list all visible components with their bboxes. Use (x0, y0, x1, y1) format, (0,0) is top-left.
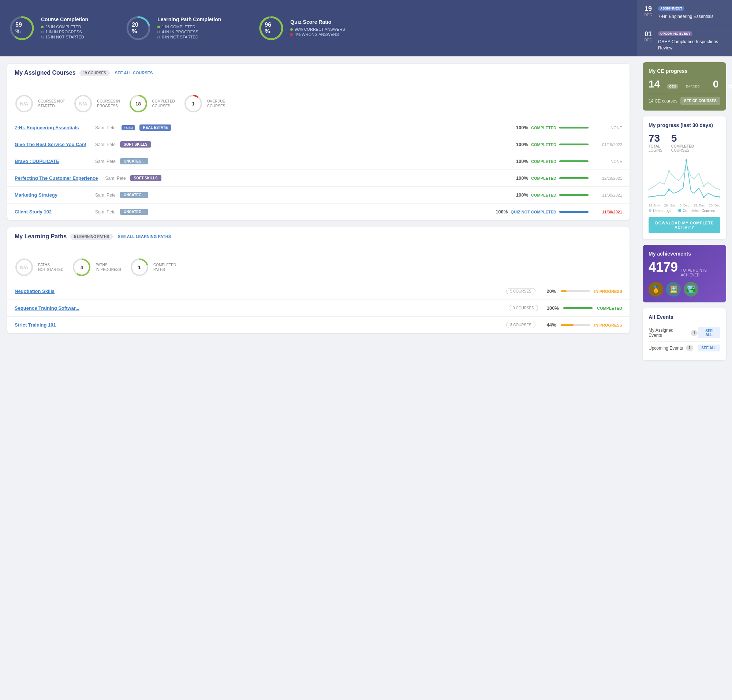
course-date: 11/30/2021 (593, 193, 622, 197)
course-progress-bar (559, 177, 588, 179)
points-num: 4179 (648, 260, 678, 275)
event-item-2[interactable]: 01 DEC UPCOMING EVENT OSHA Compliance In… (637, 25, 732, 57)
in-progress-count: 1 IN IN PROGRESS (46, 29, 82, 34)
all-events-title: All Events (648, 314, 720, 320)
course-row[interactable]: 7-Hr. Engineering Essentials Sam, Pete 7… (7, 119, 629, 136)
course-tag: REAL ESTATE (140, 125, 172, 131)
path-row[interactable]: Negotiation Skills 5 COURSES 20% IN PROG… (7, 283, 629, 300)
see-all-events-button[interactable]: SEE ALL (698, 344, 720, 351)
path-courses-badge: 3 COURSES (506, 322, 535, 328)
course-pct: 100% (515, 125, 528, 130)
course-progress-bar-wrap (559, 160, 588, 162)
course-progress-bar-wrap (559, 194, 588, 196)
header-stats: 59 % Course Completion 23 IN COMPLETED 1… (0, 0, 637, 56)
overdue-value: 1 (192, 101, 194, 107)
course-tag: SOFT SKILLS (120, 141, 151, 147)
course-name[interactable]: Give The Best Service You Can! (15, 142, 88, 147)
header: 59 % Course Completion 23 IN COMPLETED 1… (0, 0, 732, 56)
course-row[interactable]: Marketing Strategy Sam, Pete UNCATEG... … (7, 187, 629, 204)
course-progress: 100% COMPLETED (515, 175, 588, 181)
stat-overdue: 1 OVERDUECOURSES (184, 94, 225, 113)
see-all-events-button[interactable]: SEE ALL (698, 327, 720, 338)
event-1-date: 19 DEC (643, 5, 654, 17)
overdue-label: OVERDUECOURSES (207, 99, 225, 108)
course-completion-info: Course Completion 23 IN COMPLETED 1 IN I… (41, 16, 88, 40)
not-started-count: 15 IN NOT STARTED (46, 35, 84, 39)
course-progress: 100% COMPLETED (515, 159, 588, 164)
lp-in-progress-circle: 4 (72, 258, 91, 277)
path-name[interactable]: Strict Training 101 (15, 322, 502, 328)
not-started-value: N/A (20, 101, 28, 107)
logins-block: 73 TOTALLOGINS (648, 132, 663, 152)
achievement-badge-1: 🏅 (648, 282, 663, 297)
course-date: NONE (593, 159, 622, 164)
ce-remaining-num: 0 (713, 78, 719, 90)
course-date: 12/19/2021 (593, 176, 622, 181)
course-name[interactable]: Bravo : DUPLICATE (15, 159, 88, 164)
path-name[interactable]: Sequence Training Softwar... (15, 305, 504, 311)
course-row[interactable]: Give The Best Service You Can! Sam, Pete… (7, 136, 629, 153)
event-label-text: My Assigned Events (648, 328, 688, 338)
learning-paths-header: My Learning Paths 5 LEARNING PATHS SEE A… (7, 227, 629, 246)
lp-stat-completed: 1 COMPLETEDPATHS (130, 258, 176, 277)
quiz-score-percent: 96 % (265, 22, 278, 35)
svg-point-18 (668, 170, 670, 172)
course-row[interactable]: Client Study 102 Sam, Pete UNCATEG... 10… (7, 204, 629, 220)
path-name[interactable]: Negotiation Skills (15, 288, 502, 294)
path-row[interactable]: Strict Training 101 3 COURSES 44% IN PRO… (7, 317, 629, 333)
in-progress-circle: N/A (73, 94, 93, 113)
progress-nums: 73 TOTALLOGINS 5 COMPLETEDCOURSES (648, 132, 720, 152)
course-tag: SOFT SKILLS (130, 175, 162, 181)
course-pct: 100% (515, 159, 528, 164)
course-date: 01/15/2022 (593, 143, 622, 147)
lp-completed-dot (157, 26, 160, 28)
lp-not-started-circle: N/A (15, 258, 34, 277)
course-name[interactable]: Perfecting The Customer Experience (15, 175, 98, 181)
lp-completed-circle: 1 (130, 258, 149, 277)
path-pct: 44% (540, 322, 556, 328)
path-row[interactable]: Sequence Training Softwar... 3 COURSES 1… (7, 300, 629, 317)
chart-label-4: 13. Dec (693, 204, 704, 207)
quiz-score-stat: 96 % Quiz Score Ratio 96% CORRECT ANSWER… (258, 15, 345, 41)
lp-not-started-value: N/A (20, 265, 28, 270)
path-progress-bar (561, 290, 567, 292)
ce-divider (648, 94, 720, 94)
course-name[interactable]: Client Study 102 (15, 209, 88, 215)
not-started-circle: N/A (15, 94, 34, 113)
lp-not-started-count: 0 IN NOT STARTED (162, 35, 198, 39)
see-all-paths-link[interactable]: SEE ALL LEARNING PATHS (118, 234, 171, 239)
course-status: COMPLETED (531, 143, 556, 147)
course-row[interactable]: Perfecting The Customer Experience Sam, … (7, 170, 629, 187)
svg-point-22 (648, 196, 650, 198)
event-1-badge: ASSIGNMENT (658, 6, 684, 11)
completed-dot (41, 26, 44, 28)
course-status: QUIZ NOT COMPLETED (510, 210, 556, 214)
my-progress-card: My progress (last 30 days) 73 TOTALLOGIN… (643, 116, 726, 239)
stat-not-started: N/A COURSES NOTSTARTED (15, 94, 65, 113)
completed-circle: 18 (129, 94, 148, 113)
learning-paths-badge: 5 LEARNING PATHS (70, 234, 113, 240)
event-1-month: DEC (643, 13, 654, 17)
course-row[interactable]: Bravo : DUPLICATE Sam, Pete UNCATEG... 1… (7, 153, 629, 170)
points-row: 4179 TOTAL POINTSACHIEVED (648, 260, 720, 278)
course-progress-bar (559, 194, 588, 196)
lp-completed-label: COMPLETEDPATHS (153, 263, 176, 272)
ce-earned-row: 14 CEU EARNED 0 CEU REMAINING (648, 78, 720, 90)
chart-label-3: 6. Dec (680, 204, 689, 207)
course-instructor: Sam, Pete (95, 193, 116, 198)
legend-logins-dot (648, 209, 651, 212)
completed-courses-num: 5 (671, 132, 694, 144)
course-progress-bar (559, 144, 588, 146)
course-progress-bar-wrap (559, 177, 588, 179)
course-rows: 7-Hr. Engineering Essentials Sam, Pete 7… (7, 119, 629, 220)
course-name[interactable]: Marketing Strategy (15, 192, 88, 198)
wrong-dot (290, 33, 293, 36)
course-name[interactable]: 7-Hr. Engineering Essentials (15, 125, 88, 130)
path-status: IN PROGRESS (594, 289, 622, 294)
download-activity-button[interactable]: DOWNLOAD MY COMPLETE ACTIVITY (648, 217, 720, 233)
course-progress: 100% QUIZ NOT COMPLETED (495, 209, 588, 215)
assigned-courses-stats: N/A COURSES NOTSTARTED N/A COURSES INPRO… (7, 88, 629, 119)
see-ce-courses-button[interactable]: SEE CE COURSES (681, 97, 720, 105)
see-all-courses-link[interactable]: SEE ALL COURSES (115, 71, 153, 75)
event-item-1[interactable]: 19 DEC ASSIGNMENT 7-Hr. Engineering Esse… (637, 0, 732, 25)
